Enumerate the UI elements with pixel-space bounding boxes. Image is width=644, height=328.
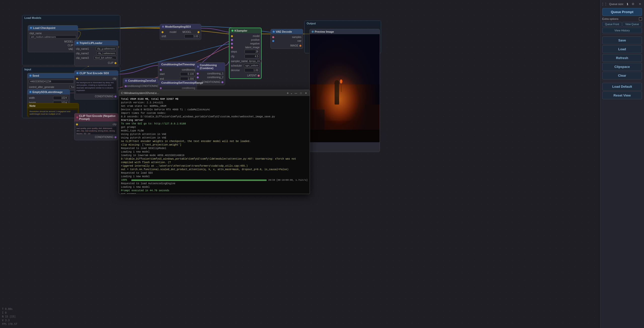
seed-value[interactable]: 446033058241234 xyxy=(29,80,74,83)
bottom-stats: T 0.00s I 0 N 15 [15] V 3.3 FPS 178.57 xyxy=(2,307,17,326)
node-row: clip_name3 t5xxl_fp8.safetensors xyxy=(76,56,116,60)
terminal-body[interactable]: Total VRAM 8188 MB, total RAM 32607 MBpy… xyxy=(119,96,310,194)
right-panel: ⋮⋮ Queue size: 1 ⚙ ✕ Queue Prompt Extra … xyxy=(600,0,644,328)
reset-view-button[interactable]: Reset View xyxy=(602,91,642,99)
close-icon[interactable]: ✕ xyxy=(638,2,642,6)
terminal-line: Total VRAM 8188 MB, total RAM 32607 MB xyxy=(121,98,308,101)
terminal-window[interactable]: C:\Windows\system32\cmd.e... + ⌄ — □ ✕ T… xyxy=(119,90,310,194)
divider-1 xyxy=(602,35,642,35)
node-row: MODEL xyxy=(29,40,76,43)
clip1-select[interactable]: clip_g.safetensors xyxy=(96,47,116,51)
clip3-select[interactable]: t5xxl_fp8.safetensors xyxy=(94,56,116,60)
clip-neg-text[interactable]: bad quality, poor quality, dull, distres… xyxy=(76,127,116,134)
terminal-line: To see the GUI go to: http://127.0.0.1:8… xyxy=(121,122,308,126)
node-note-body: Resolution should be around 1 megapixel … xyxy=(27,108,78,118)
node-row: start 0.100 xyxy=(160,72,195,76)
socket-clip-out xyxy=(114,62,116,64)
node-load-checkpoint-body: ckpt_name sd3_medium.safetensors MODEL C… xyxy=(28,30,78,52)
terminal-line: Loading 1 new model xyxy=(121,185,308,189)
view-queue-btn[interactable]: View Queue xyxy=(622,22,642,27)
clipspace-button[interactable]: Clipspace xyxy=(602,63,642,71)
terminal-line: pytorch version: 2.3.14cu121 xyxy=(121,101,308,105)
node-clip-encode-sd3[interactable]: CLIP Text Encode SD3 clip the background… xyxy=(74,70,118,100)
node-conditioning-zero[interactable]: ConditioningZeroOut conditioning CONDITI… xyxy=(123,78,160,89)
node-row: shift 3.00 xyxy=(162,34,199,39)
grid-icon[interactable]: ⋮⋮ xyxy=(602,2,606,6)
queue-size-label: Queue size: xyxy=(609,3,624,6)
node-row: CONDITIONING xyxy=(76,95,116,98)
node-seed[interactable]: Seed 446033058241234 control_after_gener… xyxy=(27,73,79,90)
start-value[interactable]: 0.100 xyxy=(180,72,195,76)
socket-pos-in xyxy=(231,39,233,41)
node-clip-neg-header: CLIP Text Encode (Negative Prompt) xyxy=(74,113,118,121)
queue-prompt-button[interactable]: Queue Prompt xyxy=(602,8,642,16)
node-row: scheduler sgm_uniform xyxy=(231,63,260,68)
socket-cond-in1 xyxy=(197,73,199,75)
terminal-close-btn[interactable]: ✕ xyxy=(304,91,308,95)
clear-button[interactable]: Clear xyxy=(602,72,642,79)
terminal-new-tab-btn[interactable]: + xyxy=(287,91,289,95)
socket-model-out xyxy=(197,31,199,33)
node-row: width 1024 xyxy=(29,96,68,100)
extra-options-row: Extra options xyxy=(602,17,642,21)
group-output-title: Output xyxy=(305,21,381,26)
socket-clip-in xyxy=(76,78,78,80)
node-row: cfg 4.5 xyxy=(231,54,260,59)
node-row: conditioning CONDITIONING xyxy=(125,84,159,88)
node-row: conditioning_1 xyxy=(197,72,223,75)
socket-cond-in xyxy=(160,69,162,71)
node-model-sampling[interactable]: ModelSamplingSD3 model MODEL shift 3.00 xyxy=(160,24,201,40)
scheduler-select[interactable]: sgm_uniform xyxy=(244,64,260,67)
node-preview-image[interactable]: Preview Image xyxy=(309,29,380,152)
terminal-line: Loading 1 new model xyxy=(121,175,308,178)
terminal-line: Requested to load SD3ClipModel xyxy=(121,147,308,150)
node-xsampler[interactable]: KSampler model positive negative latent_… xyxy=(229,28,262,79)
settings-icon[interactable]: ⚙ xyxy=(631,2,635,6)
save-button[interactable]: Save xyxy=(602,36,642,44)
node-load-checkpoint[interactable]: Load Checkpoint ckpt_name sd3_medium.saf… xyxy=(28,25,78,52)
node-clip-encode-sd3-header: CLIP Text Encode SD3 xyxy=(74,71,118,76)
node-note[interactable]: Note Resolution should be around 1 megap… xyxy=(27,103,79,117)
node-xsampler-body: model positive negative latent_image ste… xyxy=(229,33,261,78)
node-triple-clip-header: TripleCLIPLoader xyxy=(74,40,118,45)
refresh-button[interactable]: Refresh xyxy=(602,54,642,62)
terminal-menu-btn[interactable]: ⌄ xyxy=(290,91,293,95)
node-cond-combine-header: Conditioning (Combine) xyxy=(195,63,225,71)
terminal-line: Set vram state to: NORMAL_VRAM xyxy=(121,105,308,108)
shift-value[interactable]: 3.00 xyxy=(184,34,199,38)
terminal-line: Prompt executed in 44.70 seconds xyxy=(121,189,308,193)
view-history-btn[interactable]: View History xyxy=(602,28,642,33)
terminal-line: Import times for custom nodes: xyxy=(121,112,308,115)
node-row: conditioning xyxy=(160,68,195,72)
terminal-minimize-btn[interactable]: — xyxy=(294,91,298,95)
canvas[interactable]: Load Models Input Load Checkpoint ckpt_n… xyxy=(0,0,599,328)
divider-2 xyxy=(602,81,642,81)
node-row: CONDITIONING xyxy=(76,135,116,139)
socket-cond-in xyxy=(160,87,162,89)
node-row: LATENT xyxy=(231,74,260,77)
denoise-value[interactable]: 1.00 xyxy=(245,68,260,72)
preview-bg xyxy=(310,34,380,142)
node-row: 446033058241234 xyxy=(29,79,77,84)
sampler-select[interactable]: dpmpp_2m xyxy=(248,59,261,63)
load-default-button[interactable]: Load Default xyxy=(602,83,642,90)
node-load-checkpoint-value[interactable]: sd3_medium.safetensors xyxy=(29,35,76,39)
node-vae-decode[interactable]: VAE Decode samples vae IMAGE xyxy=(270,29,303,49)
cfg-value[interactable]: 4.5 xyxy=(245,55,260,58)
extra-options-checkbox[interactable] xyxy=(639,17,642,20)
steps-value[interactable]: 28 xyxy=(245,50,260,54)
queue-front-btn[interactable]: Queue Front xyxy=(602,22,622,27)
terminal-maximize-btn[interactable]: □ xyxy=(299,91,303,95)
node-clip-encode-sd3-body: clip the background is dominated by deep… xyxy=(74,76,118,99)
clip2-select[interactable]: clip_l.safetensors xyxy=(96,52,116,55)
clip-encode-text[interactable]: the background is dominated by deep red … xyxy=(76,81,116,93)
load-button[interactable]: Load xyxy=(602,45,642,53)
terminal-progress-bar: 100%28/28 [00:16<00:00, 1.71it/s] xyxy=(121,178,308,182)
terminal-line: got prompt xyxy=(121,193,308,194)
width-value[interactable]: 1024 xyxy=(53,96,68,100)
node-clip-neg[interactable]: CLIP Text Encode (Negative Prompt) clip … xyxy=(74,113,118,140)
node-triple-clip[interactable]: TripleCLIPLoader clip_name1 clip_g.safet… xyxy=(74,40,118,66)
terminal-line: clip missing: ['text_projection.weight'] xyxy=(121,143,308,147)
socket-neg-in xyxy=(231,43,233,45)
node-cond-timestep2-header: ConditioningSetTimestepRange xyxy=(158,80,197,85)
